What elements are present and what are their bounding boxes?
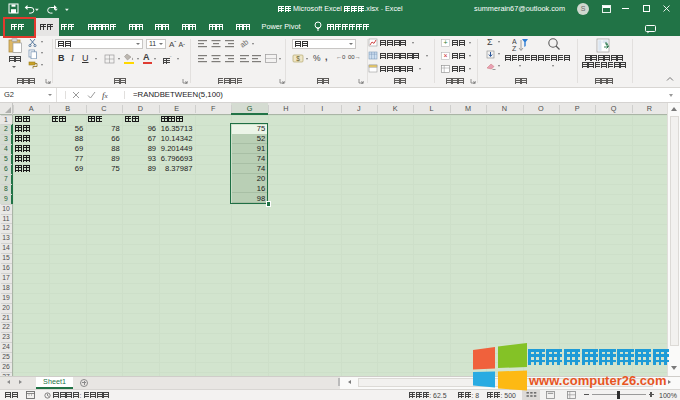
svg-text:+: + bbox=[443, 39, 447, 46]
svg-text:×: × bbox=[443, 52, 447, 59]
svg-text:$: $ bbox=[296, 55, 300, 62]
svg-text:A: A bbox=[512, 38, 517, 45]
svg-text:Z: Z bbox=[512, 45, 517, 52]
